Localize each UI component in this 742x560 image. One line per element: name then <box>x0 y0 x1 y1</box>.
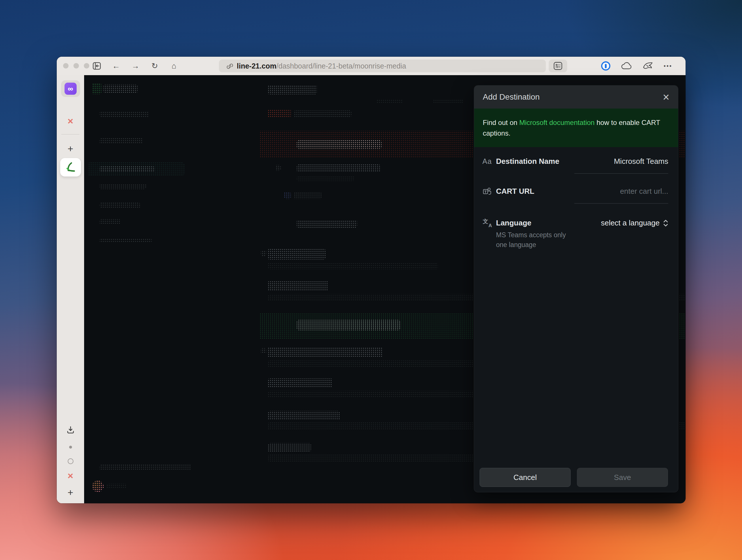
cart-url-row: CART URL enter cart url... <box>474 187 678 204</box>
close-session-button[interactable]: × <box>57 471 84 481</box>
chevron-up-down-icon <box>663 219 668 227</box>
cart-url-input[interactable]: enter cart url... <box>574 187 668 204</box>
new-tab-button[interactable]: + <box>57 144 84 154</box>
ghost-teams-icon <box>284 192 291 199</box>
ghost-row-subtext <box>268 263 438 270</box>
traffic-lights <box>63 63 89 68</box>
ghost-row-text <box>268 249 325 260</box>
ghost-nav-item <box>99 203 140 208</box>
ghost-row-text <box>268 347 383 357</box>
strip-divider <box>61 134 80 134</box>
cancel-button[interactable]: Cancel <box>480 468 571 487</box>
downloads-button[interactable] <box>57 426 84 434</box>
info-banner: Find out on Microsoft documentation how … <box>474 109 678 147</box>
destination-name-input[interactable]: Microsoft Teams <box>574 157 668 174</box>
ghost-row-text <box>297 164 380 172</box>
ghost-row-subtext <box>297 176 354 181</box>
ghost-row-text <box>268 411 340 420</box>
ghost-page-title <box>268 85 317 95</box>
reload-button[interactable]: ↻ <box>150 62 159 70</box>
ghost-row-text <box>268 378 333 388</box>
home-button[interactable]: ⌂ <box>170 62 178 70</box>
status-dot <box>57 446 84 449</box>
link-icon <box>226 62 233 69</box>
close-icon: × <box>68 471 73 481</box>
modal-header: Add Destination × <box>474 86 678 109</box>
ghost-rec-chip <box>268 109 291 118</box>
ghost-row-text <box>293 192 322 199</box>
cart-url-label: CART URL <box>496 187 534 196</box>
ghost-green-banner-text <box>297 320 401 330</box>
language-select[interactable]: select a language <box>574 219 668 227</box>
destination-name-label: Destination Name <box>496 157 560 166</box>
plus-icon: + <box>68 488 73 497</box>
language-row: 文 A Language select a language <box>474 219 678 227</box>
language-select-value: select a language <box>601 219 659 227</box>
ghost-nav-item <box>99 219 121 225</box>
ghost-red-banner-text <box>297 140 382 149</box>
browser-window: ← → ↻ ⌂ line-21.com/dashboard/line-21-be… <box>57 57 686 503</box>
download-icon <box>66 426 74 434</box>
record-circle-button[interactable] <box>57 458 84 464</box>
reload-icon: ↻ <box>152 61 158 70</box>
infinity-icon: ∞ <box>68 85 73 93</box>
ghost-sidebar-divider <box>187 75 187 503</box>
purple-app-icon: ∞ <box>64 82 76 95</box>
ghost-avatar-name <box>107 484 127 489</box>
ghost-icon <box>261 250 266 256</box>
browser-tab-strip: ∞ × + × + <box>57 75 84 503</box>
more-menu-button[interactable]: ••• <box>664 63 672 69</box>
close-window-button[interactable] <box>63 63 68 68</box>
ghost-avatar <box>92 481 104 492</box>
ghost-row-text <box>297 220 357 228</box>
save-button[interactable]: Save <box>577 468 668 487</box>
add-button[interactable]: + <box>57 488 84 497</box>
minimize-window-button[interactable] <box>73 63 79 68</box>
ghost-row-text <box>268 281 328 291</box>
privacy-badger-icon[interactable] <box>643 62 653 70</box>
ghost-nav-item <box>99 238 152 243</box>
password-manager-icon[interactable] <box>601 61 611 70</box>
plus-icon: + <box>68 144 73 154</box>
microsoft-documentation-link[interactable]: Microsoft documentation <box>519 119 594 126</box>
back-button[interactable]: ← <box>112 62 120 70</box>
circle-icon <box>68 458 73 464</box>
ghost-sidebar-footer <box>99 465 192 470</box>
destination-name-row: Aa Destination Name Microsoft Teams <box>474 157 678 174</box>
line21-app-tab[interactable] <box>57 158 84 176</box>
url-path: /dashboard/line-21-beta/moonrise-media <box>276 62 406 70</box>
modal-title: Add Destination <box>483 93 540 102</box>
banner-text-pre: Find out on <box>483 119 519 126</box>
home-icon: ⌂ <box>172 62 176 70</box>
extensions-button[interactable] <box>549 60 567 72</box>
translate-icon: 文 A <box>483 219 491 227</box>
active-app-tab[interactable]: ∞ <box>57 80 84 97</box>
url-host: line-21.com <box>237 62 276 70</box>
ghost-row-text <box>268 443 311 452</box>
modal-footer: Cancel Save <box>480 468 668 487</box>
ghost-rec-label <box>294 110 352 117</box>
address-bar[interactable]: line-21.com/dashboard/line-21-beta/moonr… <box>219 60 546 72</box>
cloud-icon[interactable] <box>621 62 632 70</box>
sidebar-toggle-icon <box>93 62 101 70</box>
language-label: Language <box>496 219 531 227</box>
modal-close-button[interactable]: × <box>663 91 670 103</box>
ghost-nav-item <box>99 138 143 144</box>
ghost-app-title <box>103 85 138 93</box>
zoom-window-button[interactable] <box>84 63 89 68</box>
line21-logo-icon <box>64 161 77 174</box>
ms-teams-icon <box>483 187 491 196</box>
close-tab-button[interactable]: × <box>57 116 84 126</box>
ghost-icon <box>261 348 266 354</box>
ghost-nav-item <box>99 183 146 189</box>
extensions-icon <box>553 62 562 70</box>
close-icon: × <box>68 116 73 126</box>
browser-toolbar: ← → ↻ ⌂ line-21.com/dashboard/line-21-be… <box>57 57 686 75</box>
toggle-sidebar-button[interactable] <box>93 62 101 70</box>
forward-button[interactable]: → <box>131 62 140 70</box>
ghost-icon <box>275 165 281 171</box>
forward-icon: → <box>131 62 140 70</box>
text-field-icon: Aa <box>482 157 492 166</box>
ghost-app-logo <box>92 83 101 94</box>
ghost-stat <box>376 99 403 103</box>
